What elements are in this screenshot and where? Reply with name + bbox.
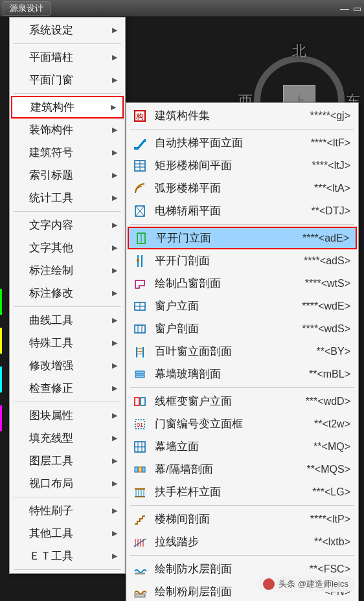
chevron-right-icon: ▶ bbox=[112, 316, 117, 324]
menu-item-label: 检查修正 bbox=[29, 381, 73, 396]
submenu-item-15[interactable]: 幕/隔墙剖面**<MQS> bbox=[128, 458, 357, 481]
submenu-item-label: 矩形楼梯间平面 bbox=[155, 158, 232, 173]
submenu-item-shortcut: ***<LG> bbox=[312, 486, 350, 498]
svg-rect-49 bbox=[135, 573, 145, 574]
submenu-item-10[interactable]: 百叶窗立面剖面**<BY> bbox=[128, 340, 357, 363]
elevator-icon bbox=[131, 203, 148, 220]
louver-icon bbox=[131, 343, 148, 360]
wireframe-window-icon bbox=[131, 393, 148, 410]
submenu-item-13[interactable]: 01门窗编号变立面框**<t2w> bbox=[128, 413, 357, 435]
svg-rect-36 bbox=[139, 467, 142, 472]
submenu-item-label: 楼梯间剖面 bbox=[155, 512, 210, 527]
menu-item-15[interactable]: 检查修正▶ bbox=[11, 377, 124, 400]
restore-icon[interactable]: ▭ bbox=[353, 3, 361, 14]
submenu-item-label: 门窗编号变立面框 bbox=[155, 416, 243, 431]
component-set-icon: 构 bbox=[131, 108, 148, 124]
menu-separator bbox=[14, 306, 121, 307]
menu-item-19[interactable]: 视口布局▶ bbox=[11, 472, 124, 495]
minimize-icon[interactable]: — bbox=[340, 3, 349, 14]
submenu-item-shortcut: **<BY> bbox=[317, 346, 350, 357]
submenu-item-16[interactable]: 扶手栏杆立面***<LG> bbox=[128, 481, 357, 503]
app-title-button[interactable]: 源泉设计 bbox=[3, 1, 51, 16]
submenu-item-shortcut: **<FSC> bbox=[310, 563, 350, 575]
submenu-item-shortcut: ****<ltJ> bbox=[312, 160, 350, 172]
menu-item-10[interactable]: 标注绘制▶ bbox=[11, 259, 124, 282]
submenu-item-0[interactable]: 构建筑构件集*****<gj> bbox=[128, 104, 357, 127]
menu-item-2[interactable]: 平面门窗▶ bbox=[11, 69, 124, 91]
svg-rect-25 bbox=[135, 371, 144, 374]
menu-item-label: 文字内容 bbox=[29, 218, 73, 232]
menu-item-label: 特性刷子 bbox=[29, 503, 73, 518]
menu-item-20[interactable]: 特性刷子▶ bbox=[11, 499, 124, 522]
menu-item-label: 平面门窗 bbox=[29, 73, 73, 87]
submenu-item-5[interactable]: 平开门立面****<adE> bbox=[128, 227, 357, 249]
submenu-item-shortcut: **<MQ> bbox=[313, 441, 350, 453]
watermark-text: 头条 @建造师leics bbox=[279, 578, 348, 590]
menu-item-label: 建筑符号 bbox=[29, 145, 73, 160]
submenu-item-shortcut: ****<adS> bbox=[304, 255, 350, 267]
menu-item-17[interactable]: 填充线型▶ bbox=[11, 427, 124, 449]
menu-item-label: 统计工具 bbox=[29, 190, 73, 205]
menu-item-label: ＥＴ工具 bbox=[29, 549, 73, 563]
menu-item-16[interactable]: 图块属性▶ bbox=[11, 404, 124, 427]
chevron-right-icon: ▶ bbox=[112, 289, 117, 297]
menu-item-label: 曲线工具 bbox=[29, 313, 73, 328]
menu-item-18[interactable]: 图层工具▶ bbox=[11, 449, 124, 472]
svg-rect-27 bbox=[135, 398, 139, 405]
chevron-right-icon: ▶ bbox=[112, 76, 117, 84]
submenu-item-2[interactable]: 矩形楼梯间平面****<ltJ> bbox=[128, 154, 357, 177]
submenu-item-label: 幕墙玻璃剖面 bbox=[155, 367, 221, 381]
submenu-item-18[interactable]: 拉线踏步**<lxtb> bbox=[128, 530, 357, 553]
submenu-item-label: 建筑构件集 bbox=[155, 108, 210, 123]
door-section-icon bbox=[131, 253, 148, 269]
menu-item-21[interactable]: 其他工具▶ bbox=[11, 522, 124, 545]
submenu-item-14[interactable]: 幕墙立面**<MQ> bbox=[128, 435, 357, 458]
menu-item-22[interactable]: ＥＴ工具▶ bbox=[11, 545, 124, 567]
submenu-item-shortcut: **<mBL> bbox=[309, 369, 350, 380]
submenu-item-4[interactable]: 电梯轿厢平面**<DTJ> bbox=[128, 199, 357, 222]
menu-item-9[interactable]: 文字其他▶ bbox=[11, 236, 124, 259]
menu-item-1[interactable]: 平面墙柱▶ bbox=[11, 46, 124, 69]
menu-item-label: 填充线型 bbox=[29, 431, 73, 446]
menu-item-3[interactable]: 建筑构件▶ bbox=[11, 96, 124, 119]
rect-stair-icon bbox=[131, 157, 148, 174]
submenu-item-7[interactable]: 绘制凸窗剖面****<wtS> bbox=[128, 272, 357, 295]
menu-item-6[interactable]: 索引标题▶ bbox=[11, 164, 124, 187]
svg-rect-37 bbox=[142, 467, 145, 472]
submenu-item-17[interactable]: 楼梯间剖面****<ltP> bbox=[128, 508, 357, 530]
menu-item-13[interactable]: 特殊工具▶ bbox=[11, 332, 124, 354]
submenu-item-11[interactable]: 幕墙玻璃剖面**<mBL> bbox=[128, 363, 357, 385]
compass-north[interactable]: 北 bbox=[292, 41, 306, 61]
submenu-item-label: 幕/隔墙剖面 bbox=[155, 462, 213, 477]
chevron-right-icon: ▶ bbox=[112, 552, 117, 560]
submenu-item-label: 绘制凸窗剖面 bbox=[155, 276, 221, 291]
menu-separator bbox=[14, 497, 121, 497]
submenu-item-1[interactable]: 自动扶梯平面立面****<ltF> bbox=[128, 131, 357, 154]
menu-item-11[interactable]: 标注修改▶ bbox=[11, 282, 124, 304]
steps-icon bbox=[131, 534, 148, 550]
bay-window-icon bbox=[131, 275, 148, 292]
menu-item-0[interactable]: 系统设定▶ bbox=[11, 19, 124, 41]
menu-item-7[interactable]: 统计工具▶ bbox=[11, 187, 124, 209]
plaster-icon bbox=[131, 584, 148, 600]
menu-item-4[interactable]: 装饰构件▶ bbox=[11, 119, 124, 141]
submenu-item-3[interactable]: 弧形楼梯平面***<ltA> bbox=[128, 177, 357, 199]
chevron-right-icon: ▶ bbox=[112, 126, 117, 134]
svg-line-22 bbox=[137, 348, 143, 349]
submenu-item-9[interactable]: 窗户剖面****<wdS> bbox=[128, 317, 357, 340]
menu-item-5[interactable]: 建筑符号▶ bbox=[11, 141, 124, 164]
svg-line-23 bbox=[137, 351, 143, 352]
avatar-icon bbox=[263, 578, 275, 590]
menu-item-8[interactable]: 文字内容▶ bbox=[11, 214, 124, 236]
menu-item-14[interactable]: 修改增强▶ bbox=[11, 354, 124, 377]
submenu-item-shortcut: **<DTJ> bbox=[312, 205, 350, 217]
titlebar: 源泉设计 — ▭ bbox=[0, 0, 364, 17]
submenu-item-8[interactable]: 窗户立面****<wdE> bbox=[128, 295, 357, 317]
submenu-item-6[interactable]: 平开门剖面****<adS> bbox=[128, 249, 357, 272]
menu-item-12[interactable]: 曲线工具▶ bbox=[11, 309, 124, 332]
svg-line-24 bbox=[137, 354, 143, 354]
menu-item-label: 视口布局 bbox=[29, 476, 73, 491]
main-menu: 系统设定▶平面墙柱▶平面门窗▶建筑构件▶装饰构件▶建筑符号▶索引标题▶统计工具▶… bbox=[9, 17, 126, 574]
svg-rect-13 bbox=[137, 259, 139, 262]
submenu-item-12[interactable]: 线框变窗户立面***<wdD> bbox=[128, 390, 357, 413]
